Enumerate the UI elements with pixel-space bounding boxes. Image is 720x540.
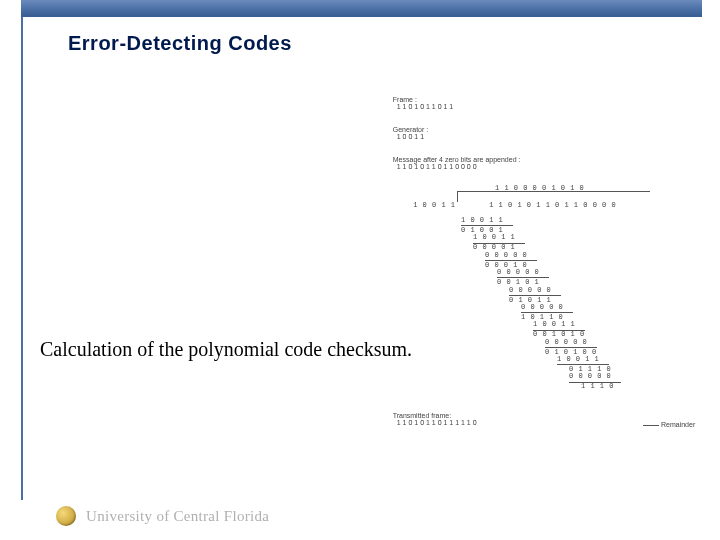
remainder-label: Remainder: [643, 421, 695, 428]
step-subtrahend: 1 0 0 1 1: [461, 217, 705, 224]
transmitted-label: Transmitted frame:: [393, 412, 451, 419]
step-subtrahend: 0 0 0 0 0: [497, 269, 705, 276]
appended-label: Message after 4 zero bits are appended :: [393, 156, 521, 163]
generator-value: 1 0 0 1 1: [397, 133, 424, 140]
step-subtrahend: 0 0 0 0 0: [545, 339, 705, 346]
ucf-logo-icon: [56, 506, 76, 526]
division-steps: 1 0 0 1 10 1 0 0 11 0 0 1 10 0 0 0 10 0 …: [385, 217, 705, 391]
appended-value: 1 1 0 1 0 1 1 0 1 1 0 0 0 0: [397, 163, 477, 170]
step-subtrahend: 0 0 0 0 0: [521, 304, 705, 311]
transmitted-row: Transmitted frame: 1 1 0 1 0 1 1 0 1 1 1…: [385, 405, 705, 433]
step-subtrahend: 1 0 0 1 1: [557, 356, 705, 363]
slide-title: Error-Detecting Codes: [68, 32, 292, 55]
step-result: 1 1 1 0: [581, 383, 705, 390]
step-subtrahend: 1 0 0 1 1: [473, 234, 705, 241]
step-subtrahend: 0 0 0 0 0: [569, 373, 705, 380]
top-accent-bar: [21, 0, 702, 17]
footer-org: University of Central Florida: [86, 508, 269, 525]
slide-caption: Calculation of the polynomial code check…: [40, 338, 412, 361]
division-bracket: [457, 191, 650, 202]
frame-value: 1 1 0 1 0 1 1 0 1 1: [397, 103, 453, 110]
crc-diagram: Frame : 1 1 0 1 0 1 1 0 1 1 Generator : …: [385, 89, 705, 433]
dividend: 1 1 0 1 0 1 1 0 1 1 0 0 0 0: [489, 201, 616, 209]
frame-label: Frame :: [393, 96, 417, 103]
transmitted-value: 1 1 0 1 0 1 1 0 1 1 1 1 1 0: [397, 419, 477, 426]
divisor: 1 0 0 1 1: [413, 202, 475, 209]
footer: University of Central Florida: [56, 506, 269, 526]
division-row: 1 0 0 1 11 1 0 1 0 1 1 0 1 1 0 0 0 0: [385, 193, 705, 217]
step-subtrahend: 0 0 0 0 0: [509, 287, 705, 294]
left-accent-bar: [21, 0, 23, 500]
step-subtrahend: 1 0 0 1 1: [533, 321, 705, 328]
step-subtrahend: 0 0 0 0 0: [485, 252, 705, 259]
generator-label: Generator :: [393, 126, 428, 133]
